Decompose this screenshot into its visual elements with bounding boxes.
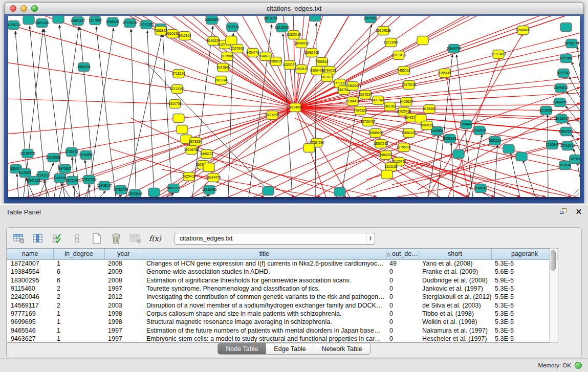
graph-node[interactable]	[381, 170, 393, 179]
table-cell[interactable]: Dudbridge et al. (2008)	[419, 276, 491, 285]
table-cell[interactable]: 49	[386, 259, 419, 268]
table-cell[interactable]: 0	[386, 293, 419, 301]
table-cell[interactable]: 14569117	[7, 301, 53, 309]
table-row[interactable]: 2242004622012Investigating the contribut…	[7, 293, 558, 301]
table-cell[interactable]: 1998	[104, 310, 143, 318]
table-cell[interactable]: 1997	[104, 285, 143, 293]
tab-edge-table[interactable]: Edge Table	[266, 343, 314, 355]
table-cell[interactable]: 1	[53, 259, 104, 268]
table-cell[interactable]: 2	[53, 301, 104, 309]
table-cell[interactable]: 0	[386, 276, 419, 285]
table-cell[interactable]: 9463627	[7, 335, 53, 343]
table-cell[interactable]: 5.3E-5	[491, 326, 558, 334]
network-canvas[interactable]: 1405572420691406106532671527602946616010…	[8, 16, 580, 197]
graph-node[interactable]	[334, 188, 345, 196]
column-header-short[interactable]: short	[419, 249, 491, 259]
table-cell[interactable]: Nakamura et al. (1997)	[419, 326, 491, 334]
table-cell[interactable]: 0	[386, 326, 419, 334]
table-cell[interactable]: 5.9E-5	[491, 276, 558, 285]
table-cell[interactable]: 5.6E-5	[491, 268, 558, 276]
table-cell[interactable]: 0	[386, 318, 419, 326]
table-cell[interactable]: 22420046	[7, 293, 53, 301]
graph-node[interactable]	[263, 187, 274, 195]
table-source-select[interactable]: citations_edges.txt ▲▼	[175, 233, 375, 245]
table-cell[interactable]: 1	[53, 326, 104, 334]
table-cell[interactable]: Tibbo et al. (1998)	[419, 310, 491, 318]
column-header-title[interactable]: title	[143, 249, 386, 259]
graph-node[interactable]	[226, 36, 237, 45]
table-cell[interactable]: Investigating the contribution of common…	[143, 293, 386, 301]
graph-node[interactable]	[173, 114, 184, 123]
table-cell[interactable]: 6	[53, 276, 104, 285]
graph-node[interactable]	[560, 23, 572, 32]
table-cell[interactable]: Estimation of the future numbers of pati…	[143, 326, 386, 334]
column-header-in_degree[interactable]: in_degree	[53, 249, 104, 259]
show-columns-icon[interactable]	[32, 232, 45, 245]
table-cell[interactable]: 0	[386, 301, 419, 309]
table-cell[interactable]: 2008	[104, 276, 143, 285]
table-cell[interactable]: 9465546	[7, 326, 53, 334]
table-cell[interactable]: 0	[386, 285, 419, 293]
graph-node[interactable]	[503, 145, 514, 154]
column-header-name[interactable]: name	[7, 249, 53, 259]
table-cell[interactable]: 5.3E-5	[491, 310, 558, 318]
node-table[interactable]: namein_degreeyeartitle△out_de…shortpager…	[7, 249, 558, 343]
table-cell[interactable]: 18724007	[7, 259, 53, 268]
table-cell[interactable]: Yano et al. (2008)	[419, 259, 491, 268]
table-cell[interactable]: Hescheler et al. (1997)	[419, 335, 491, 343]
table-cell[interactable]: Disruption of a novel member of a sodium…	[143, 301, 386, 309]
graph-node[interactable]	[453, 150, 464, 159]
table-row[interactable]: 1872400712008Changes of HCN gene express…	[7, 259, 558, 268]
table-row[interactable]: 1830029562008Estimation of significance …	[7, 276, 558, 285]
table-vertical-scrollbar[interactable]	[549, 248, 557, 343]
table-cell[interactable]: 5.3E-5	[491, 259, 558, 268]
table-cell[interactable]: 6	[53, 268, 104, 276]
table-cell[interactable]: 2	[53, 285, 104, 293]
table-cell[interactable]: 2003	[104, 301, 143, 309]
tab-network-table[interactable]: Network Table	[314, 343, 371, 355]
table-cell[interactable]: Corpus callosum shape and size in male p…	[143, 310, 386, 318]
graph-node[interactable]	[23, 16, 34, 25]
table-cell[interactable]: Embryonic stem cells: a model to study s…	[143, 335, 386, 343]
table-cell[interactable]: Structural magnetic resonance image aver…	[143, 318, 386, 326]
table-cell[interactable]: 18300295	[7, 276, 53, 285]
tab-node-table[interactable]: Node Table	[217, 343, 266, 355]
table-row[interactable]: 1938455462009Genome-wide association stu…	[7, 268, 558, 276]
table-cell[interactable]: Wolkin et al. (1998)	[419, 318, 491, 326]
table-cell[interactable]: 1	[53, 318, 104, 326]
graph-node[interactable]	[53, 16, 64, 24]
table-cell[interactable]: 19384554	[7, 268, 53, 276]
resize-grip-icon[interactable]	[577, 194, 579, 196]
table-cell[interactable]: Tourette syndrome. Phenomenology and cla…	[143, 285, 386, 293]
scrollbar-thumb[interactable]	[551, 250, 556, 271]
network-window-titlebar[interactable]: citations_edges.txt	[4, 2, 584, 14]
graph-node[interactable]	[516, 152, 527, 161]
table-mode-icon[interactable]	[13, 232, 25, 245]
table-cell[interactable]: 1997	[104, 335, 143, 343]
graph-node[interactable]	[417, 36, 428, 45]
table-cell[interactable]: 0	[386, 310, 419, 318]
column-header-year[interactable]: year	[104, 249, 143, 259]
table-cell[interactable]: Changes of HCN gene expression and I(f) …	[143, 259, 386, 268]
table-cell[interactable]: Genome-wide association studies in ADHD.	[143, 268, 386, 276]
graph-node[interactable]	[310, 16, 321, 21]
graph-node[interactable]	[303, 144, 315, 152]
table-cell[interactable]: 5.3E-5	[491, 285, 558, 293]
float-panel-icon[interactable]	[560, 208, 568, 215]
table-cell[interactable]: 0	[386, 335, 419, 343]
table-cell[interactable]: Stergiakouli et al. (2012)	[419, 293, 491, 301]
table-row[interactable]: 977716911998Corpus callosum shape and si…	[7, 310, 558, 318]
column-header-pagerank[interactable]: pagerank	[491, 249, 558, 259]
table-cell[interactable]: Estimation of significance thresholds fo…	[143, 276, 386, 285]
citation-network-graph[interactable]: 1405572420691406106532671527602946616010…	[8, 16, 580, 197]
table-cell[interactable]: 2	[53, 293, 104, 301]
graph-node[interactable]	[203, 163, 214, 172]
table-row[interactable]: 946362711997Embryonic stem cells: a mode…	[7, 335, 558, 343]
table-cell[interactable]: 1	[53, 335, 104, 343]
table-cell[interactable]: 9115460	[7, 285, 53, 293]
table-cell[interactable]: 1998	[104, 318, 143, 326]
table-row[interactable]: 911546021997Tourette syndrome. Phenomeno…	[7, 285, 558, 293]
close-panel-icon[interactable]: ✕	[575, 208, 582, 215]
column-header-out_de[interactable]: △out_de…	[386, 249, 419, 259]
table-cell[interactable]: 5.3E-5	[491, 318, 558, 326]
